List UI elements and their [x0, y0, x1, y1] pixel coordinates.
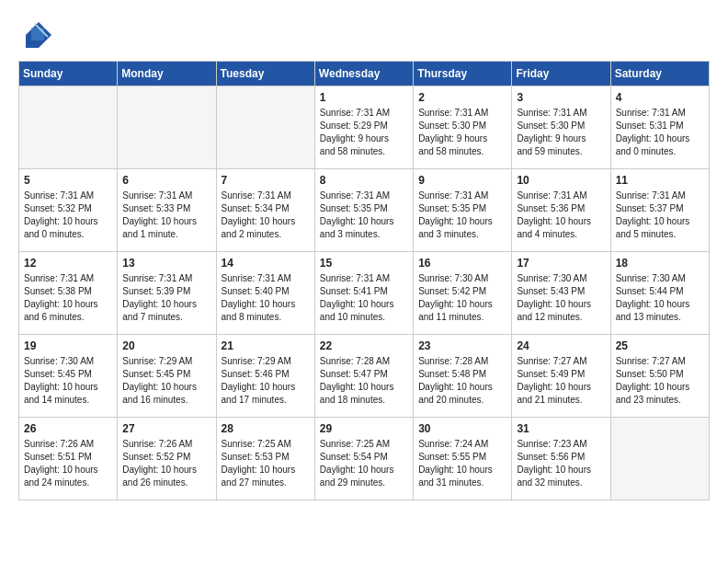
calendar-cell: 5Sunrise: 7:31 AM Sunset: 5:32 PM Daylig…: [19, 169, 118, 252]
calendar-cell: 29Sunrise: 7:25 AM Sunset: 5:54 PM Dayli…: [314, 418, 413, 500]
day-info: Sunrise: 7:23 AM Sunset: 5:56 PM Dayligh…: [517, 438, 605, 489]
calendar-cell: 25Sunrise: 7:27 AM Sunset: 5:50 PM Dayli…: [610, 335, 709, 418]
calendar-cell: 16Sunrise: 7:30 AM Sunset: 5:42 PM Dayli…: [414, 252, 512, 335]
weekday-header-sunday: Sunday: [19, 62, 118, 86]
day-number: 26: [24, 422, 112, 435]
day-info: Sunrise: 7:31 AM Sunset: 5:38 PM Dayligh…: [24, 272, 112, 324]
weekday-header-tuesday: Tuesday: [216, 62, 314, 86]
day-number: 31: [517, 422, 605, 435]
day-number: 2: [418, 91, 506, 104]
calendar-cell: 14Sunrise: 7:31 AM Sunset: 5:40 PM Dayli…: [216, 252, 314, 335]
day-number: 12: [24, 257, 112, 270]
day-number: 23: [418, 339, 506, 352]
day-number: 27: [122, 422, 210, 435]
day-info: Sunrise: 7:31 AM Sunset: 5:37 PM Dayligh…: [616, 190, 704, 241]
day-info: Sunrise: 7:31 AM Sunset: 5:36 PM Dayligh…: [517, 190, 605, 241]
calendar-cell: 27Sunrise: 7:26 AM Sunset: 5:52 PM Dayli…: [118, 418, 216, 500]
day-number: 11: [616, 174, 704, 187]
calendar-cell: 21Sunrise: 7:29 AM Sunset: 5:46 PM Dayli…: [216, 335, 314, 418]
day-info: Sunrise: 7:31 AM Sunset: 5:31 PM Dayligh…: [616, 107, 704, 158]
day-info: Sunrise: 7:31 AM Sunset: 5:29 PM Dayligh…: [320, 107, 408, 158]
logo: [18, 18, 57, 52]
calendar-cell: 28Sunrise: 7:25 AM Sunset: 5:53 PM Dayli…: [216, 418, 314, 500]
calendar-cell: 22Sunrise: 7:28 AM Sunset: 5:47 PM Dayli…: [314, 335, 413, 418]
calendar-cell: 7Sunrise: 7:31 AM Sunset: 5:34 PM Daylig…: [216, 169, 314, 252]
calendar-cell: 26Sunrise: 7:26 AM Sunset: 5:51 PM Dayli…: [19, 418, 118, 500]
day-number: 7: [222, 174, 310, 187]
day-number: 6: [122, 174, 210, 187]
day-number: 30: [418, 422, 506, 435]
day-info: Sunrise: 7:30 AM Sunset: 5:43 PM Dayligh…: [517, 272, 605, 324]
calendar-cell: 17Sunrise: 7:30 AM Sunset: 5:43 PM Dayli…: [512, 252, 610, 335]
day-number: 4: [616, 91, 704, 104]
day-info: Sunrise: 7:30 AM Sunset: 5:44 PM Dayligh…: [616, 272, 704, 324]
day-number: 8: [320, 174, 408, 187]
calendar-table: SundayMondayTuesdayWednesdayThursdayFrid…: [18, 61, 710, 500]
day-number: 22: [320, 339, 408, 352]
week-row-3: 19Sunrise: 7:30 AM Sunset: 5:45 PM Dayli…: [19, 335, 710, 418]
logo-icon: [18, 18, 51, 52]
day-info: Sunrise: 7:31 AM Sunset: 5:30 PM Dayligh…: [418, 107, 506, 158]
day-number: 13: [122, 257, 210, 270]
day-info: Sunrise: 7:27 AM Sunset: 5:49 PM Dayligh…: [517, 355, 605, 407]
day-number: 24: [517, 339, 605, 352]
calendar-cell: 15Sunrise: 7:31 AM Sunset: 5:41 PM Dayli…: [314, 252, 413, 335]
calendar-cell: 18Sunrise: 7:30 AM Sunset: 5:44 PM Dayli…: [610, 252, 709, 335]
weekday-header-wednesday: Wednesday: [314, 62, 413, 86]
day-number: 17: [517, 257, 605, 270]
day-info: Sunrise: 7:30 AM Sunset: 5:42 PM Dayligh…: [418, 272, 506, 324]
calendar-cell: 30Sunrise: 7:24 AM Sunset: 5:55 PM Dayli…: [414, 418, 512, 500]
calendar-cell: 31Sunrise: 7:23 AM Sunset: 5:56 PM Dayli…: [512, 418, 610, 500]
day-number: 5: [24, 174, 112, 187]
week-row-4: 26Sunrise: 7:26 AM Sunset: 5:51 PM Dayli…: [19, 418, 710, 500]
day-info: Sunrise: 7:26 AM Sunset: 5:51 PM Dayligh…: [24, 438, 112, 489]
page: SundayMondayTuesdayWednesdayThursdayFrid…: [0, 0, 728, 510]
week-row-2: 12Sunrise: 7:31 AM Sunset: 5:38 PM Dayli…: [19, 252, 710, 335]
calendar-cell: 10Sunrise: 7:31 AM Sunset: 5:36 PM Dayli…: [512, 169, 610, 252]
calendar-cell: 23Sunrise: 7:28 AM Sunset: 5:48 PM Dayli…: [414, 335, 512, 418]
weekday-header-saturday: Saturday: [610, 62, 709, 86]
calendar-cell: [610, 418, 709, 500]
day-info: Sunrise: 7:31 AM Sunset: 5:41 PM Dayligh…: [320, 272, 408, 324]
day-number: 29: [320, 422, 408, 435]
day-info: Sunrise: 7:31 AM Sunset: 5:39 PM Dayligh…: [122, 272, 210, 324]
header: [18, 18, 710, 52]
day-info: Sunrise: 7:28 AM Sunset: 5:48 PM Dayligh…: [418, 355, 506, 407]
calendar-cell: [216, 86, 314, 169]
day-number: 1: [320, 91, 408, 104]
day-number: 21: [222, 339, 310, 352]
day-number: 15: [320, 257, 408, 270]
calendar-cell: 12Sunrise: 7:31 AM Sunset: 5:38 PM Dayli…: [19, 252, 118, 335]
calendar-cell: 6Sunrise: 7:31 AM Sunset: 5:33 PM Daylig…: [118, 169, 216, 252]
calendar-cell: 11Sunrise: 7:31 AM Sunset: 5:37 PM Dayli…: [610, 169, 709, 252]
weekday-header-thursday: Thursday: [414, 62, 512, 86]
calendar-cell: [118, 86, 216, 169]
day-number: 18: [616, 257, 704, 270]
weekday-header-friday: Friday: [512, 62, 610, 86]
day-info: Sunrise: 7:31 AM Sunset: 5:34 PM Dayligh…: [222, 190, 310, 241]
day-number: 3: [517, 91, 605, 104]
day-info: Sunrise: 7:29 AM Sunset: 5:46 PM Dayligh…: [222, 355, 310, 407]
week-row-0: 1Sunrise: 7:31 AM Sunset: 5:29 PM Daylig…: [19, 86, 710, 169]
calendar-cell: 1Sunrise: 7:31 AM Sunset: 5:29 PM Daylig…: [314, 86, 413, 169]
svg-marker-1: [31, 28, 44, 40]
weekday-header-row: SundayMondayTuesdayWednesdayThursdayFrid…: [19, 62, 710, 86]
calendar-cell: 24Sunrise: 7:27 AM Sunset: 5:49 PM Dayli…: [512, 335, 610, 418]
day-info: Sunrise: 7:31 AM Sunset: 5:30 PM Dayligh…: [517, 107, 605, 158]
day-info: Sunrise: 7:31 AM Sunset: 5:32 PM Dayligh…: [24, 190, 112, 241]
day-info: Sunrise: 7:24 AM Sunset: 5:55 PM Dayligh…: [418, 438, 506, 489]
day-number: 9: [418, 174, 506, 187]
day-info: Sunrise: 7:30 AM Sunset: 5:45 PM Dayligh…: [24, 355, 112, 407]
calendar-cell: 19Sunrise: 7:30 AM Sunset: 5:45 PM Dayli…: [19, 335, 118, 418]
day-info: Sunrise: 7:29 AM Sunset: 5:45 PM Dayligh…: [122, 355, 210, 407]
calendar-cell: [19, 86, 118, 169]
day-info: Sunrise: 7:25 AM Sunset: 5:54 PM Dayligh…: [320, 438, 408, 489]
calendar-cell: 3Sunrise: 7:31 AM Sunset: 5:30 PM Daylig…: [512, 86, 610, 169]
day-number: 20: [122, 339, 210, 352]
day-info: Sunrise: 7:26 AM Sunset: 5:52 PM Dayligh…: [122, 438, 210, 489]
day-number: 10: [517, 174, 605, 187]
day-info: Sunrise: 7:27 AM Sunset: 5:50 PM Dayligh…: [616, 355, 704, 407]
day-info: Sunrise: 7:31 AM Sunset: 5:35 PM Dayligh…: [418, 190, 506, 241]
day-number: 28: [222, 422, 310, 435]
day-number: 19: [24, 339, 112, 352]
